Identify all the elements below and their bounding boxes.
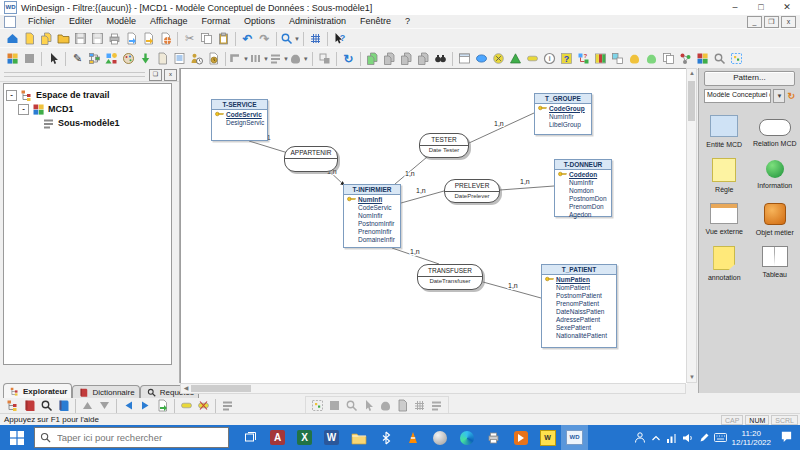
cut-icon[interactable]: ✂ [181, 31, 198, 47]
palette-item-annotation[interactable]: annotation [700, 246, 748, 281]
relation-transfuser[interactable]: TRANSFUSERDateTransfuser [417, 264, 483, 290]
document-icon[interactable] [4, 16, 16, 28]
pattern-model-dropdown[interactable]: Modèle Conceptuel de Dor ▼ ↻ [704, 89, 795, 103]
menu-administration[interactable]: Administration [282, 15, 353, 28]
panel-restore-button[interactable]: ❏ [149, 69, 162, 81]
move-down-icon[interactable] [96, 398, 113, 414]
link-tool-icon[interactable]: ? [575, 51, 592, 67]
undo-icon[interactable]: ↶ [239, 31, 256, 47]
shapes-pair-icon[interactable] [609, 51, 626, 67]
grid-disabled-icon[interactable] [411, 397, 428, 413]
taskbar-clock[interactable]: 11:20 12/11/2022 [732, 429, 771, 447]
palette-item-tableau[interactable]: Tableau [751, 246, 799, 281]
menu-options[interactable]: Options [237, 15, 282, 28]
palette-item-r-gle[interactable]: Règle [700, 158, 748, 193]
minimize-button[interactable]: – [722, 0, 748, 15]
palette-item-information[interactable]: Information [751, 158, 799, 193]
file-explorer-icon[interactable] [345, 425, 372, 450]
entity-t-service[interactable]: T-SERVICECodeServicDesignServic [211, 99, 268, 141]
molecule-icon[interactable] [677, 51, 694, 67]
relation-appartenir[interactable]: APPARTENIR [284, 146, 338, 172]
locked-page-icon[interactable] [381, 51, 398, 67]
window-tool-icon[interactable] [456, 51, 473, 67]
nav-left-icon[interactable] [120, 398, 137, 414]
copy-icon[interactable] [198, 31, 215, 47]
start-button[interactable] [0, 425, 34, 450]
excel-icon[interactable]: X [291, 425, 318, 450]
align-rows-icon[interactable]: ▼ [269, 51, 289, 67]
label-hide-icon[interactable] [195, 398, 212, 414]
windesign-active-window[interactable]: WD [561, 425, 588, 450]
palette-item-objet-m-tier[interactable]: Objet métier [751, 203, 799, 236]
search-input[interactable] [55, 431, 204, 444]
scroll-left-arrow[interactable]: ◀ [181, 384, 191, 393]
refresh-model-icon[interactable]: ↻ [340, 51, 357, 67]
zoom-icon[interactable]: ▼ [280, 31, 300, 47]
resize-icon[interactable] [316, 51, 333, 67]
maximize-button[interactable]: □ [748, 0, 774, 15]
pattern-sync-icon[interactable]: ↻ [787, 91, 795, 101]
layout-lines-icon[interactable] [219, 398, 236, 414]
paste-icon[interactable] [215, 31, 232, 47]
tree-expand-icon[interactable]: - [6, 90, 17, 101]
import-document-icon[interactable] [140, 31, 157, 47]
tab-explorateur[interactable]: Explorateur [3, 383, 72, 398]
check-model-icon[interactable] [137, 51, 154, 67]
list-report-icon[interactable] [171, 51, 188, 67]
network-icon[interactable] [666, 433, 677, 443]
windesign-icon[interactable]: W [534, 425, 561, 450]
access-icon[interactable]: A [264, 425, 291, 450]
palette-item-entit-mcd[interactable]: Entité MCD [700, 115, 748, 148]
print-icon[interactable] [106, 31, 123, 47]
zoom-detail-icon[interactable] [711, 51, 728, 67]
label-tool-icon[interactable] [524, 51, 541, 67]
new-document-icon[interactable] [21, 31, 38, 47]
cursor-disabled-icon[interactable] [360, 397, 377, 413]
info-tool-icon[interactable]: i [541, 51, 558, 67]
volume-icon[interactable] [682, 433, 694, 443]
grid-icon[interactable] [307, 31, 324, 47]
entity-shape-icon[interactable] [626, 51, 643, 67]
queries-search-icon[interactable] [38, 398, 55, 414]
export-document-icon[interactable] [123, 31, 140, 47]
dropdown-arrow-icon[interactable]: ▼ [773, 89, 785, 103]
word-icon[interactable]: W [318, 425, 345, 450]
open-folder-icon[interactable] [55, 31, 72, 47]
tree-expand-icon[interactable]: - [18, 104, 29, 115]
task-view-icon[interactable] [237, 425, 264, 450]
history-page-icon[interactable] [205, 51, 222, 67]
relation-shape-icon[interactable] [643, 51, 660, 67]
save-icon[interactable] [72, 31, 89, 47]
forbidden-tool-icon[interactable] [490, 51, 507, 67]
explorer-tree-icon[interactable] [4, 398, 21, 414]
shapes-tool-icon[interactable] [103, 51, 120, 67]
notification-center-icon[interactable] [776, 429, 797, 447]
save-all-icon[interactable] [89, 31, 106, 47]
mdi-close-button[interactable]: x [781, 16, 796, 28]
redo-icon[interactable]: ↷ [256, 31, 273, 47]
select-cursor-icon[interactable] [45, 51, 62, 67]
pattern-dropdown-value[interactable]: Modèle Conceptuel de Dor [704, 89, 771, 103]
align-corner-icon[interactable]: ▼ [229, 51, 249, 67]
mdi-minimize-button[interactable]: _ [747, 16, 762, 28]
blue-book-icon[interactable] [55, 398, 72, 414]
menu-fichier[interactable]: Fichier [21, 15, 62, 28]
copy-document-icon[interactable] [38, 31, 55, 47]
tab-dictionnaire[interactable]: Dictionnaire [72, 385, 139, 398]
hidden-icons-chevron[interactable] [651, 434, 661, 442]
touch-keyboard-icon[interactable] [714, 433, 727, 442]
shared-page-icon[interactable] [398, 51, 415, 67]
vertical-scroll-thumb[interactable] [688, 81, 695, 121]
refresh-page-icon[interactable] [154, 398, 171, 414]
relation-tester[interactable]: TESTERDate Tester [419, 133, 469, 158]
edge-icon[interactable] [453, 425, 480, 450]
align-shape-icon[interactable]: ▼ [289, 51, 309, 67]
search-binoculars-icon[interactable] [432, 51, 449, 67]
inactive-square-icon[interactable] [21, 51, 38, 67]
scroll-down-arrow[interactable]: ▼ [687, 373, 697, 382]
fill-disabled-icon[interactable] [326, 397, 343, 413]
menu-fen-tre[interactable]: Fenêtre [353, 15, 398, 28]
format-painter-icon[interactable] [120, 51, 137, 67]
view-disabled-icon[interactable] [343, 397, 360, 413]
hand-disabled-icon[interactable] [377, 397, 394, 413]
